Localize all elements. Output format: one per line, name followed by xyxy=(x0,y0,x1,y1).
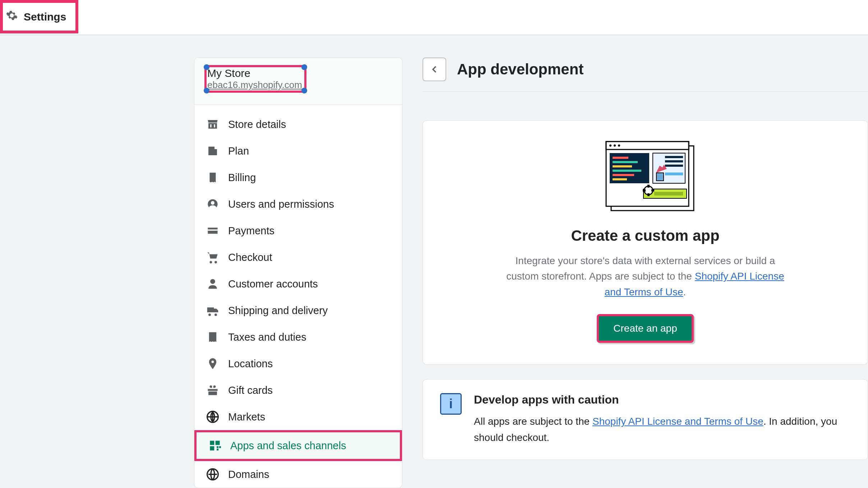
sidebar-item-locations[interactable]: Locations xyxy=(194,350,402,377)
sidebar-item-label: Domains xyxy=(228,469,269,480)
sidebar-item-shipping[interactable]: Shipping and delivery xyxy=(194,297,402,324)
sidebar-item-label: Store details xyxy=(228,119,286,130)
api-license-link-2[interactable]: Shopify API License and Terms of Use xyxy=(592,416,763,427)
page-title: App development xyxy=(457,61,583,78)
empty-state-title: Create a custom app xyxy=(441,227,850,244)
plan-icon xyxy=(207,145,219,157)
sidebar-item-label: Customer accounts xyxy=(228,278,318,290)
svg-point-4 xyxy=(614,144,616,147)
storefront-icon xyxy=(207,118,219,130)
back-button[interactable] xyxy=(423,57,446,81)
sidebar-item-taxes[interactable]: Taxes and duties xyxy=(194,324,402,350)
svg-rect-10 xyxy=(613,170,641,172)
gear-icon xyxy=(6,9,18,24)
app-illustration xyxy=(590,139,701,218)
sidebar-item-label: Billing xyxy=(228,172,256,184)
caution-title: Develop apps with caution xyxy=(474,393,850,406)
store-header[interactable]: My Store ebac16.myshopify.com xyxy=(194,58,402,105)
sidebar-item-label: Payments xyxy=(228,225,274,237)
main-content: App development xyxy=(423,57,868,488)
globe-grid-icon xyxy=(207,411,219,423)
empty-state-card: Create a custom app Integrate your store… xyxy=(423,120,868,365)
person-circle-icon xyxy=(207,198,219,210)
sidebar-item-plan[interactable]: Plan xyxy=(194,138,402,164)
sidebar-item-payments[interactable]: Payments xyxy=(194,217,402,244)
svg-point-5 xyxy=(618,144,620,147)
svg-rect-16 xyxy=(665,165,683,167)
sidebar-item-gift-cards[interactable]: Gift cards xyxy=(194,377,402,404)
sidebar-item-label: Checkout xyxy=(228,252,272,263)
caution-text: All apps are subject to the Shopify API … xyxy=(474,414,850,446)
svg-rect-25 xyxy=(651,189,654,192)
cart-icon xyxy=(207,251,219,263)
sidebar-item-label: Markets xyxy=(228,411,265,423)
settings-label: Settings xyxy=(24,11,66,23)
gift-icon xyxy=(207,384,219,396)
svg-rect-22 xyxy=(647,185,650,188)
sidebar-item-checkout[interactable]: Checkout xyxy=(194,244,402,271)
store-url: ebac16.myshopify.com xyxy=(207,79,302,91)
caution-card: i Develop apps with caution All apps are… xyxy=(423,379,868,460)
receipt-icon xyxy=(207,331,219,343)
main-header: App development xyxy=(423,57,868,92)
sidebar-item-label: Gift cards xyxy=(228,385,273,396)
settings-nav: Store detailsPlanBillingUsers and permis… xyxy=(194,105,402,488)
sidebar-item-label: Shipping and delivery xyxy=(228,305,328,317)
sidebar-item-users[interactable]: Users and permissions xyxy=(194,191,402,217)
sidebar-item-apps[interactable]: Apps and sales channels xyxy=(194,430,402,461)
svg-rect-12 xyxy=(613,178,627,180)
svg-rect-24 xyxy=(643,189,646,192)
billing-icon xyxy=(207,171,219,184)
sidebar-item-store-details[interactable]: Store details xyxy=(194,111,402,138)
sidebar-item-label: Users and permissions xyxy=(228,198,334,210)
svg-rect-18 xyxy=(656,173,664,181)
sidebar-item-domains[interactable]: Domains xyxy=(194,461,402,488)
apps-icon xyxy=(209,439,221,452)
svg-rect-20 xyxy=(654,192,683,195)
svg-rect-11 xyxy=(613,174,634,176)
settings-button[interactable]: Settings xyxy=(0,0,78,33)
svg-rect-14 xyxy=(665,156,683,158)
sidebar-item-label: Taxes and duties xyxy=(228,331,306,343)
svg-rect-7 xyxy=(613,157,628,159)
sidebar-item-label: Apps and sales channels xyxy=(230,440,346,452)
info-icon: i xyxy=(440,393,462,415)
topbar: Settings xyxy=(0,0,868,35)
store-name: My Store xyxy=(207,67,302,79)
card-icon xyxy=(207,225,219,237)
settings-sidebar: My Store ebac16.myshopify.com Store deta… xyxy=(194,57,402,488)
svg-rect-15 xyxy=(665,160,683,162)
sidebar-item-label: Locations xyxy=(228,358,273,370)
globe-icon xyxy=(207,468,219,480)
truck-icon xyxy=(207,304,219,317)
pin-icon xyxy=(207,358,219,370)
svg-rect-9 xyxy=(613,165,632,167)
svg-rect-23 xyxy=(647,193,650,196)
empty-state-desc: Integrate your store's data with externa… xyxy=(505,253,785,300)
sidebar-item-billing[interactable]: Billing xyxy=(194,164,402,191)
sidebar-item-markets[interactable]: Markets xyxy=(194,404,402,430)
sidebar-item-customer-accounts[interactable]: Customer accounts xyxy=(194,271,402,297)
person-icon xyxy=(207,278,219,290)
svg-rect-8 xyxy=(613,161,638,163)
sidebar-item-label: Plan xyxy=(228,145,249,157)
create-app-button[interactable]: Create an app xyxy=(597,314,693,343)
svg-rect-17 xyxy=(665,172,683,175)
svg-point-3 xyxy=(609,144,611,147)
